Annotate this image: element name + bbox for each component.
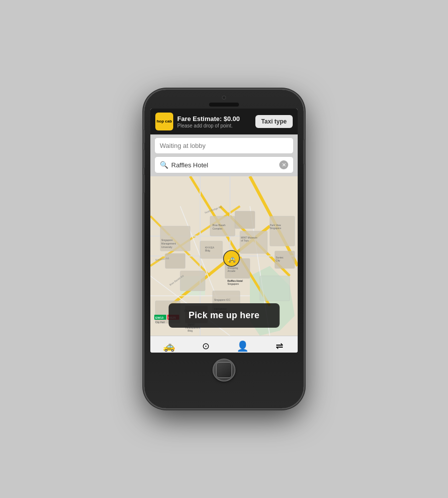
- svg-rect-29: [260, 276, 290, 301]
- svg-text:EW13: EW13: [155, 316, 164, 319]
- home-button-inner: [216, 362, 232, 378]
- profile-icon: 👤: [236, 340, 249, 352]
- svg-text:🚕: 🚕: [227, 254, 236, 263]
- svg-text:Arcade: Arcade: [227, 269, 235, 272]
- svg-rect-18: [165, 253, 185, 268]
- nav-item-my-trips[interactable]: ⇌ My Trips: [261, 336, 298, 353]
- svg-text:Bldg: Bldg: [188, 329, 193, 332]
- my-trips-icon: ⇌: [276, 341, 283, 352]
- book-icon: 🚕: [163, 340, 175, 352]
- app-logo: hop cab: [155, 113, 173, 130]
- app-logo-text: hop cab: [157, 120, 172, 124]
- svg-text:University: University: [161, 246, 172, 249]
- pickup-input[interactable]: [154, 137, 294, 154]
- nav-item-advanced[interactable]: ⊙ Advanced: [187, 336, 224, 353]
- svg-text:Singapore: Singapore: [161, 239, 173, 242]
- mute-button[interactable]: [143, 129, 145, 143]
- svg-rect-20: [235, 211, 255, 229]
- fare-info: Fare Estimate: $0.00 Please add drop of …: [173, 115, 255, 128]
- svg-text:Bldg: Bldg: [205, 249, 210, 252]
- home-button[interactable]: [213, 359, 235, 381]
- phone-screen: hop cab Fare Estimate: $0.00 Please add …: [150, 109, 298, 353]
- svg-text:Singapore: Singapore: [227, 282, 239, 285]
- pickup-button[interactable]: Pick me up here: [169, 303, 280, 328]
- svg-rect-22: [200, 241, 223, 258]
- svg-text:Management: Management: [161, 242, 176, 245]
- svg-text:City Hall: City Hall: [155, 321, 165, 324]
- map-area[interactable]: Singapore Management University Bras Bas…: [150, 176, 298, 336]
- app-header: hop cab Fare Estimate: $0.00 Please add …: [150, 109, 298, 134]
- svg-text:City: City: [276, 259, 280, 262]
- svg-text:Complex: Complex: [213, 227, 223, 230]
- earpiece: [209, 103, 239, 107]
- power-button[interactable]: [303, 139, 305, 164]
- svg-rect-24: [180, 271, 205, 291]
- nav-item-book[interactable]: 🚕 Book: [150, 336, 187, 353]
- search-text: Raffles Hotel: [171, 161, 279, 169]
- front-camera: [222, 96, 226, 100]
- svg-text:Singapore: Singapore: [270, 227, 281, 230]
- fare-subtitle: Please add drop of point.: [177, 123, 251, 128]
- fare-title: Fare Estimate: $0.00: [177, 115, 251, 123]
- volume-down-button[interactable]: [143, 174, 145, 193]
- search-box[interactable]: 🔍 Raffles Hotel ✕: [154, 156, 294, 173]
- bottom-nav: 🚕 Book ⊙ Advanced 👤 Profile ⇌ My Trips: [150, 336, 298, 353]
- map-background: Singapore Management University Bras Bas…: [150, 176, 298, 336]
- clear-search-button[interactable]: ✕: [279, 160, 288, 169]
- advanced-icon: ⊙: [202, 341, 210, 352]
- phone-bottom: [150, 353, 298, 383]
- svg-text:Bras Basah: Bras Basah: [213, 224, 225, 227]
- pickup-button-container: Pick me up here: [169, 303, 280, 328]
- nav-item-profile[interactable]: 👤 Profile: [224, 336, 261, 353]
- svg-text:of Toys: of Toys: [241, 239, 249, 242]
- volume-up-button[interactable]: [143, 149, 145, 168]
- phone-frame: hop cab Fare Estimate: $0.00 Please add …: [144, 90, 304, 408]
- svg-rect-25: [270, 216, 295, 246]
- svg-rect-21: [240, 231, 267, 253]
- taxi-type-button[interactable]: Taxi type: [255, 115, 293, 128]
- svg-text:Singapore ICC: Singapore ICC: [214, 298, 230, 301]
- search-icon: 🔍: [160, 161, 168, 169]
- input-section: 🔍 Raffles Hotel ✕: [150, 134, 298, 176]
